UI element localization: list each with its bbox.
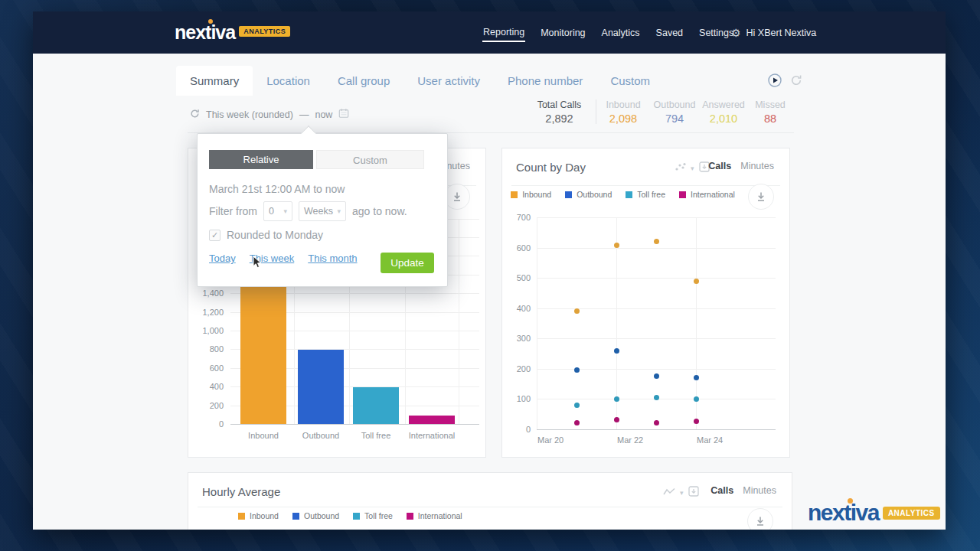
link-today[interactable]: Today (209, 253, 236, 264)
legend-label: Inbound (250, 511, 279, 520)
legend-label: Inbound (522, 190, 551, 199)
dot-international (574, 420, 580, 425)
legend-swatch (292, 513, 299, 520)
dot-toll-free (654, 395, 659, 400)
expand-frame-icon[interactable] (688, 486, 699, 500)
dot-inbound (654, 239, 659, 244)
y-gridline (537, 217, 776, 218)
chevron-down-icon[interactable]: ▾ (691, 165, 694, 172)
chart-type-controls: ▾ (675, 161, 710, 175)
legend-swatch (238, 513, 245, 520)
dot-international (614, 417, 619, 422)
watermark-brand-text: nextiva (808, 500, 879, 526)
update-button[interactable]: Update (381, 253, 434, 273)
calendar-icon[interactable] (338, 108, 349, 121)
card-header-divider (511, 185, 780, 186)
stat-label: Outbound (650, 99, 699, 112)
y-tick-label: 500 (504, 273, 531, 282)
watermark-analytics-badge: ANALYTICS (883, 507, 940, 520)
y-tick-label: 400 (504, 304, 531, 313)
legend-item-inbound: Inbound (511, 190, 551, 199)
chart-legend: InboundOutboundToll freeInternational (238, 511, 792, 520)
link-this-month[interactable]: This month (308, 253, 357, 264)
nav-item-analytics[interactable]: Analytics (601, 24, 641, 41)
toggle-calls[interactable]: Calls (708, 161, 731, 171)
toggle-minutes[interactable]: Minutes (743, 485, 776, 496)
dot-international (654, 420, 659, 425)
tab-phone-number[interactable]: Phone number (494, 66, 596, 96)
tab-custom[interactable]: Custom (596, 66, 664, 96)
tab-bar-actions (768, 73, 802, 90)
line-type-icon[interactable] (663, 486, 675, 500)
popup-tab-custom[interactable]: Custom (316, 150, 424, 169)
rounded-checkbox[interactable]: ✓ (209, 230, 220, 241)
legend-swatch (407, 513, 413, 520)
tab-user-activity[interactable]: User activity (403, 66, 494, 96)
x-tick-label: Inbound (233, 431, 294, 440)
hourly-average-card: Hourly Average ▾ Calls Minutes InboundOu… (188, 472, 792, 530)
legend-swatch (679, 191, 686, 198)
x-axis-line (230, 424, 479, 425)
y-tick-label: 0 (504, 425, 531, 434)
tab-call-group[interactable]: Call group (324, 66, 403, 96)
stat-outbound: Outbound794 (650, 97, 699, 126)
filter-count-select[interactable]: 0▾ (263, 201, 292, 221)
dot-toll-free (694, 396, 699, 402)
download-button[interactable] (444, 184, 470, 210)
nav-item-settings[interactable]: Settings (698, 24, 734, 41)
date-range-control[interactable]: This week (rounded) — now (190, 108, 349, 121)
stat-label: Answered (699, 99, 748, 112)
y-tick-label: 700 (504, 213, 531, 222)
y-tick-label: 600 (188, 364, 224, 373)
y-gridline (537, 369, 776, 370)
bar-outbound (298, 350, 344, 424)
dot-inbound (574, 308, 580, 314)
dot-outbound (574, 367, 580, 373)
filter-prefix-label: Filter from (209, 205, 257, 217)
legend-label: Outbound (577, 190, 612, 199)
logo-brand-text: nextiva (175, 21, 235, 43)
nav-item-saved[interactable]: Saved (655, 24, 684, 41)
y-tick-label: 300 (504, 334, 531, 343)
quick-range-links: TodayThis weekThis month (209, 253, 358, 264)
scatter-type-icon[interactable] (675, 161, 686, 175)
x-gridline (459, 219, 459, 424)
user-menu[interactable]: ⚙ Hi XBert Nextiva (731, 11, 816, 54)
stat-value: 2,892 (523, 112, 596, 126)
y-gridline (537, 278, 776, 279)
download-button[interactable] (748, 184, 774, 210)
legend-swatch (565, 191, 572, 198)
chart-type-controls: ▾ (663, 486, 699, 500)
legend-item-international: International (679, 190, 735, 199)
legend-item-outbound: Outbound (292, 511, 339, 520)
filter-unit-select[interactable]: Weeks▾ (299, 201, 346, 221)
play-circle-icon[interactable] (768, 73, 782, 90)
nav-item-monitoring[interactable]: Monitoring (540, 24, 586, 41)
date-range-label: This week (rounded) (206, 109, 293, 120)
chevron-down-icon[interactable]: ▾ (680, 489, 684, 497)
logo-dot-icon (208, 19, 213, 24)
stat-inbound: Inbound2,098 (596, 97, 650, 126)
tab-location[interactable]: Location (253, 66, 324, 96)
toggle-minutes[interactable]: Minutes (740, 161, 774, 171)
legend-label: Toll free (637, 190, 665, 199)
nav-item-reporting[interactable]: Reporting (482, 24, 525, 42)
app-window: nextiva ANALYTICS ReportingMonitoringAna… (33, 11, 946, 530)
gear-icon[interactable]: ⚙ (731, 27, 741, 39)
x-tick-label: Mar 22 (617, 435, 643, 445)
x-tick-label: Mar 24 (697, 435, 723, 445)
selected-range-text: March 21st 12:00 AM to now (209, 183, 345, 195)
bar-toll-free (353, 387, 399, 424)
refresh-small-icon[interactable] (190, 109, 200, 121)
download-button[interactable] (747, 508, 773, 530)
card-header-divider (198, 507, 782, 507)
tab-summary[interactable]: Summary (176, 66, 253, 96)
nextiva-logo[interactable]: nextiva ANALYTICS (175, 21, 290, 43)
dot-inbound (614, 243, 619, 248)
calls-minutes-toggle: Calls Minutes (708, 161, 774, 171)
y-tick-label: 800 (188, 344, 224, 354)
popup-tab-relative[interactable]: Relative (209, 150, 313, 169)
refresh-icon[interactable] (790, 74, 802, 90)
x-axis-line (537, 429, 776, 430)
toggle-calls[interactable]: Calls (710, 485, 733, 496)
